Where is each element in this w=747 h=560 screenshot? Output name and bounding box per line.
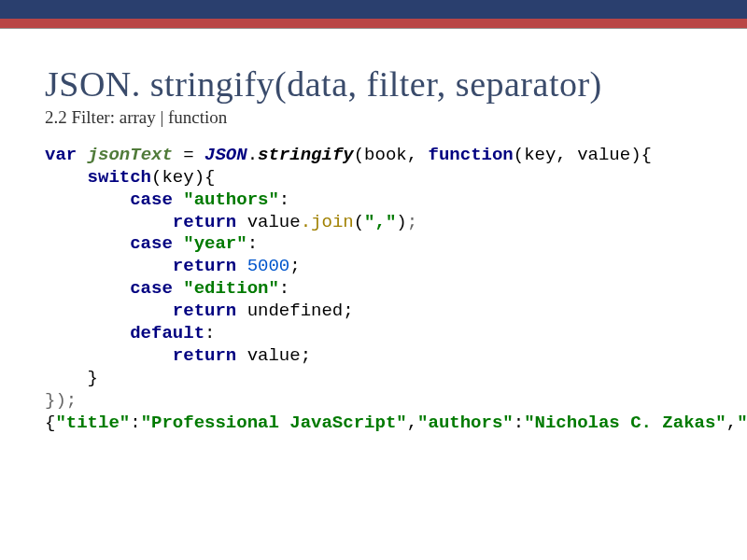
code-token (45, 189, 130, 210)
code-token: "edition" (183, 278, 279, 299)
code-token: = (173, 145, 204, 165)
code-token: "authors" (183, 189, 279, 210)
code-token (77, 145, 87, 165)
code-token: }); (45, 390, 77, 411)
code-token: ) (396, 212, 406, 232)
code-token: "year" (183, 233, 247, 254)
code-token: { (45, 413, 55, 433)
slide-title: JSON. stringify(data, filter, separator) (45, 64, 710, 105)
code-token: , (407, 413, 417, 433)
code-token: case (130, 189, 173, 210)
code-token (45, 256, 173, 276)
code-token: value (236, 212, 300, 232)
code-token: ; (289, 256, 300, 276)
slide-content: JSON. stringify(data, filter, separator)… (0, 29, 747, 435)
code-token: : (279, 278, 289, 299)
code-token (45, 323, 130, 343)
code-token: jsonText (88, 145, 173, 165)
code-token: default (130, 323, 204, 343)
code-token: undefined; (236, 301, 353, 321)
code-token: 5000 (247, 256, 290, 276)
code-token: ; (407, 212, 417, 232)
slide-subtitle: 2.2 Filter: array | function (45, 107, 710, 128)
header-banner-top (0, 0, 747, 19)
code-token: (key, value){ (514, 145, 652, 165)
code-token (173, 189, 183, 210)
code-token: case (130, 233, 173, 254)
code-token: return (173, 212, 236, 232)
code-token: return (173, 301, 236, 321)
code-token: : (514, 413, 524, 433)
code-token (173, 278, 183, 299)
code-token: switch (88, 167, 151, 188)
code-token: ( (354, 212, 364, 232)
code-token (45, 278, 130, 299)
code-token (45, 167, 88, 188)
code-token: (book, (354, 145, 429, 165)
code-token: "," (364, 212, 396, 232)
code-token: : (130, 413, 140, 433)
code-token: "Professional JavaScript" (141, 413, 407, 433)
code-token (45, 233, 130, 254)
code-token (45, 345, 173, 366)
code-token: (key){ (151, 167, 215, 188)
code-token (173, 233, 183, 254)
code-token (236, 256, 247, 276)
code-token: "year" (737, 413, 747, 433)
code-token: stringify (258, 145, 354, 165)
code-token: return (173, 345, 236, 366)
code-token: case (130, 278, 173, 299)
code-token: .join (301, 212, 354, 232)
code-token: } (45, 368, 98, 388)
code-token: return (173, 256, 236, 276)
code-token: value; (236, 345, 311, 366)
code-token: : (279, 189, 289, 210)
header-banner-accent (0, 19, 747, 28)
code-token (45, 212, 173, 232)
code-token: . (247, 145, 258, 165)
code-block: var jsonText = JSON.stringify(book, func… (45, 145, 710, 435)
code-token: var (45, 145, 77, 165)
code-token: "Nicholas C. Zakas" (524, 413, 726, 433)
code-token: "title" (55, 413, 130, 433)
code-token: : (204, 323, 215, 343)
code-token (45, 301, 173, 321)
code-token: : (247, 233, 258, 254)
code-token: "authors" (417, 413, 514, 433)
code-token: , (726, 413, 737, 433)
code-token: JSON (204, 145, 247, 165)
code-token: function (429, 145, 514, 165)
